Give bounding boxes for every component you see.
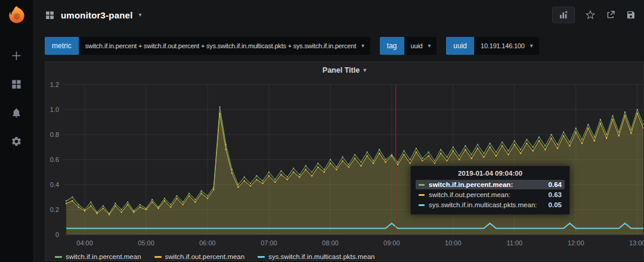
gear-icon: [11, 136, 22, 147]
tooltip-series-name: switch.if.in.percent.mean:: [429, 181, 543, 188]
uuid-query-group: uuid 10.191.146.100: [446, 37, 538, 55]
graph-tooltip: 2019-01-04 09:04:00 switch.if.in.percent…: [410, 166, 570, 215]
uuid-select-value: 10.191.146.100: [481, 42, 525, 49]
svg-text:08:00: 08:00: [322, 239, 339, 247]
sidebar-item-configuration[interactable]: [10, 135, 23, 148]
svg-text:0.2: 0.2: [50, 206, 59, 213]
uuid-label: uuid: [446, 37, 474, 55]
chevron-down-icon: [363, 67, 366, 73]
legend-swatch-icon: [154, 256, 162, 258]
legend-label: sys.switch.if.in.multicast.pkts.mean: [268, 253, 374, 260]
sidebar-item-create[interactable]: [10, 49, 23, 62]
legend-item[interactable]: switch.if.out.percent.mean: [154, 253, 245, 260]
metric-label: metric: [45, 37, 79, 55]
add-panel-button[interactable]: [552, 7, 575, 23]
chevron-down-icon: [530, 43, 533, 49]
tooltip-series-row: switch.if.in.percent.mean:0.64: [416, 180, 565, 189]
svg-text:05:00: 05:00: [138, 239, 154, 247]
svg-text:04:00: 04:00: [76, 239, 93, 247]
svg-text:0.8: 0.8: [50, 131, 59, 138]
chevron-down-icon: [428, 43, 431, 49]
dashboard-title[interactable]: umonitor3-panel: [61, 10, 133, 20]
tooltip-swatch-icon: [419, 194, 425, 196]
uuid-select[interactable]: 10.191.146.100: [475, 37, 539, 55]
tooltip-swatch-icon: [419, 184, 425, 186]
share-button[interactable]: [606, 10, 615, 20]
save-icon: [626, 10, 636, 20]
dashboard-grid-icon: [45, 10, 55, 20]
tag-select-value: uuid: [411, 42, 423, 49]
time-series-graph[interactable]: 00.20.40.60.81.01.204:0005:0006:0007:000…: [45, 79, 643, 252]
star-icon: [586, 10, 595, 20]
tooltip-series-name: switch.if.out.percent.mean:: [429, 191, 543, 198]
svg-text:10:00: 10:00: [445, 239, 462, 247]
legend-label: switch.if.out.percent.mean: [165, 253, 245, 260]
bell-icon: [11, 107, 22, 118]
metric-query-group: metric switch.if.in.percent + switch.if.…: [45, 37, 370, 55]
legend-swatch-icon: [258, 256, 265, 258]
chevron-down-icon[interactable]: [139, 12, 142, 18]
sidebar: [0, 0, 33, 262]
star-button[interactable]: [586, 10, 595, 20]
tooltip-series-value: 0.63: [549, 191, 562, 198]
tooltip-series-row: switch.if.out.percent.mean:0.63: [416, 190, 565, 199]
grafana-flame-icon: [5, 4, 28, 27]
tag-select[interactable]: uuid: [405, 37, 437, 55]
tooltip-swatch-icon: [419, 204, 425, 206]
sidebar-item-dashboards[interactable]: [10, 77, 23, 91]
apps-grid-icon: [11, 79, 22, 90]
svg-text:0: 0: [55, 231, 59, 238]
plus-icon: [11, 50, 22, 61]
graph-legend: switch.if.in.percent.meanswitch.if.out.p…: [45, 252, 643, 261]
svg-text:12:00: 12:00: [568, 239, 584, 247]
panel-add-icon: [559, 10, 568, 20]
tooltip-timestamp: 2019-01-04 09:04:00: [416, 170, 565, 177]
tag-label: tag: [380, 37, 404, 55]
panel-title-menu[interactable]: Panel Title: [45, 62, 643, 79]
svg-text:1.0: 1.0: [50, 106, 59, 113]
metric-select-value: switch.if.in.percent + switch.if.out.per…: [85, 42, 356, 49]
tooltip-series-name: sys.switch.if.in.multicast.pkts.mean:: [429, 201, 543, 208]
legend-item[interactable]: sys.switch.if.in.multicast.pkts.mean: [258, 253, 374, 260]
metric-select[interactable]: switch.if.in.percent + switch.if.out.per…: [79, 37, 370, 55]
top-navbar: umonitor3-panel: [33, 0, 644, 30]
sidebar-item-alerting[interactable]: [10, 106, 23, 119]
svg-text:07:00: 07:00: [261, 239, 277, 247]
svg-text:09:00: 09:00: [383, 239, 400, 247]
tooltip-series-value: 0.64: [549, 181, 562, 188]
save-button[interactable]: [626, 10, 636, 20]
grafana-logo[interactable]: [0, 0, 33, 31]
legend-item[interactable]: switch.if.in.percent.mean: [55, 253, 141, 260]
chevron-down-icon: [361, 43, 364, 49]
panel-title: Panel Title: [323, 66, 360, 74]
query-filter-row: metric switch.if.in.percent + switch.if.…: [33, 37, 644, 55]
share-icon: [606, 10, 615, 20]
svg-text:13:00: 13:00: [629, 239, 643, 247]
legend-swatch-icon: [55, 256, 62, 258]
svg-text:0.6: 0.6: [50, 156, 59, 163]
svg-text:1.2: 1.2: [50, 81, 59, 88]
tooltip-series-row: sys.switch.if.in.multicast.pkts.mean:0.0…: [416, 200, 565, 210]
graph-panel: Panel Title 00.20.40.60.81.01.204:0005:0…: [45, 61, 644, 261]
svg-text:11:00: 11:00: [506, 239, 522, 247]
tag-query-group: tag uuid: [380, 37, 437, 55]
svg-text:0.4: 0.4: [50, 181, 59, 188]
svg-text:06:00: 06:00: [199, 239, 216, 247]
tooltip-series-value: 0.05: [549, 201, 562, 208]
legend-label: switch.if.in.percent.mean: [66, 253, 141, 260]
